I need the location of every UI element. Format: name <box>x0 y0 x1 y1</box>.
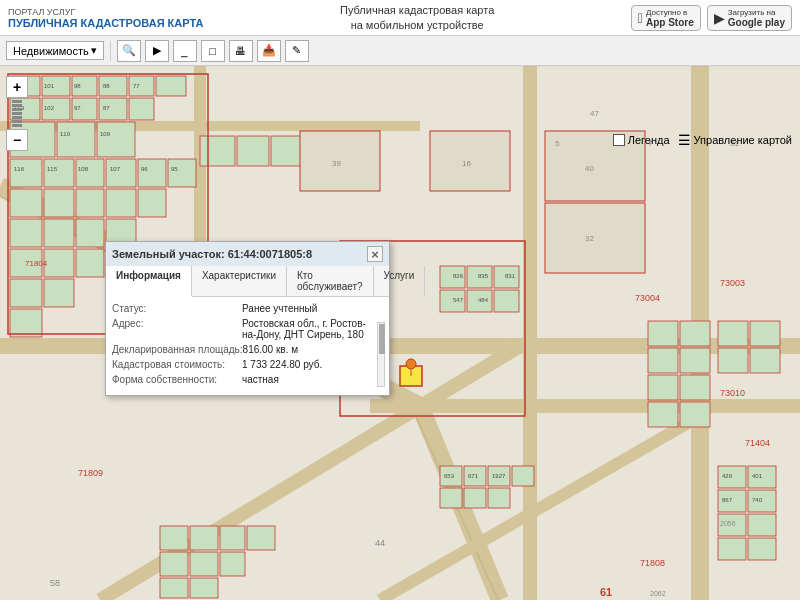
svg-rect-65 <box>718 348 748 373</box>
svg-rect-22 <box>44 189 74 217</box>
popup-row-ownership: Форма собственности: частная <box>112 374 383 385</box>
svg-rect-123 <box>748 514 776 536</box>
google-icon: ▶ <box>714 10 725 26</box>
layers-icon: ☰ <box>678 132 691 148</box>
print-button[interactable]: 🖶 <box>229 40 253 62</box>
svg-rect-11 <box>129 98 154 120</box>
popup-scrollbar[interactable] <box>377 322 385 387</box>
toolbar: Недвижимость ▾ 🔍 ▶ ⎯ □ 🖶 📥 ✎ <box>0 36 800 66</box>
popup-title-bar: Земельный участок: 61:44:0071805:8 × <box>106 242 389 266</box>
property-label: Недвижимость <box>13 45 89 57</box>
svg-rect-83 <box>220 552 245 576</box>
svg-text:401: 401 <box>752 473 763 479</box>
zoom-controls: + − <box>6 76 28 151</box>
popup-title: Земельный участок: 61:44:0071805:8 <box>112 248 312 260</box>
svg-rect-79 <box>220 526 245 550</box>
popup-row-status: Статус: Ранее учтенный <box>112 303 383 314</box>
popup-tab-characteristics[interactable]: Характеристики <box>192 266 287 296</box>
svg-text:108: 108 <box>78 166 89 172</box>
svg-text:826: 826 <box>453 273 464 279</box>
svg-rect-25 <box>138 189 166 217</box>
svg-text:116: 116 <box>14 166 25 172</box>
svg-rect-19 <box>138 159 166 187</box>
popup-tab-service[interactable]: Кто обслуживает? <box>287 266 374 296</box>
popup-tab-services[interactable]: Услуги <box>374 266 426 296</box>
area-label: Декларированная площадь: <box>112 344 243 355</box>
legend-toggle[interactable]: Легенда <box>613 134 670 146</box>
ownership-label: Форма собственности: <box>112 374 242 385</box>
svg-text:109: 109 <box>100 131 111 137</box>
zoom-in-button[interactable]: + <box>6 76 28 98</box>
svg-rect-84 <box>160 578 188 598</box>
svg-rect-80 <box>247 526 275 550</box>
export-button[interactable]: 📥 <box>257 40 281 62</box>
address-value: Ростовская обл., г. Ростов-на-Дону, ДНТ … <box>242 318 383 340</box>
zoom-tick <box>12 100 22 103</box>
cost-value: 1 733 224.80 руб. <box>242 359 383 370</box>
popup-scroll-thumb <box>379 324 385 354</box>
svg-text:40: 40 <box>585 164 594 173</box>
svg-text:547: 547 <box>453 297 464 303</box>
svg-rect-125 <box>748 538 776 560</box>
ruler-button[interactable]: ⎯ <box>173 40 197 62</box>
search-button[interactable]: 🔍 <box>117 40 141 62</box>
map-container[interactable]: Легенда ☰ Управление картой <box>0 66 800 600</box>
svg-rect-81 <box>160 552 188 576</box>
svg-rect-60 <box>680 375 710 400</box>
svg-rect-62 <box>680 402 710 427</box>
status-label: Статус: <box>112 303 242 314</box>
manage-map-toggle[interactable]: ☰ Управление картой <box>678 132 792 148</box>
svg-text:5: 5 <box>555 139 560 148</box>
property-dropdown[interactable]: Недвижимость ▾ <box>6 41 104 60</box>
svg-text:1927: 1927 <box>492 473 506 479</box>
legend-label: Легенда <box>628 134 670 146</box>
popup-content: Статус: Ранее учтенный Адрес: Ростовская… <box>106 297 389 395</box>
svg-text:71804: 71804 <box>25 259 48 268</box>
svg-rect-14 <box>97 122 135 157</box>
svg-rect-64 <box>750 321 780 346</box>
popup-close-button[interactable]: × <box>367 246 383 262</box>
svg-rect-135 <box>440 488 462 508</box>
header-left: ПОРТАЛ УСЛУГ ПУБЛИЧНАЯ КАДАСТРОВАЯ КАРТА <box>8 7 203 29</box>
svg-text:484: 484 <box>478 297 489 303</box>
svg-rect-32 <box>76 249 104 277</box>
zoom-out-button[interactable]: − <box>6 129 28 151</box>
popup-row-cost: Кадастровая стоимость: 1 733 224.80 руб. <box>112 359 383 370</box>
apple-icon:  <box>638 10 643 26</box>
svg-text:73003: 73003 <box>720 278 745 288</box>
svg-rect-61 <box>648 402 678 427</box>
svg-rect-85 <box>190 578 218 598</box>
svg-rect-13 <box>57 122 95 157</box>
pencil-button[interactable]: ✎ <box>285 40 309 62</box>
svg-rect-63 <box>718 321 748 346</box>
popup-tabs: Информация Характеристики Кто обслуживае… <box>106 266 389 297</box>
svg-text:87: 87 <box>103 105 110 111</box>
svg-rect-33 <box>10 279 42 307</box>
svg-text:77: 77 <box>133 83 140 89</box>
zoom-tick <box>12 120 22 123</box>
svg-rect-23 <box>76 189 104 217</box>
svg-text:835: 835 <box>478 273 489 279</box>
svg-text:429: 429 <box>722 473 733 479</box>
info-popup: Земельный участок: 61:44:0071805:8 × Инф… <box>105 241 390 396</box>
pointer-button[interactable]: ▶ <box>145 40 169 62</box>
get-on-label: Загрузить на <box>728 8 785 17</box>
area-value: 816.00 кв. м <box>243 344 383 355</box>
svg-rect-21 <box>10 189 42 217</box>
svg-text:32: 32 <box>585 234 594 243</box>
popup-row-area: Декларированная площадь: 816.00 кв. м <box>112 344 383 355</box>
appstore-button[interactable]:  Доступно в App Store <box>631 5 701 31</box>
manage-label: Управление картой <box>694 134 792 146</box>
legend-checkbox <box>613 134 625 146</box>
svg-text:98: 98 <box>74 83 81 89</box>
svg-rect-28 <box>76 219 104 247</box>
popup-tab-info[interactable]: Информация <box>106 266 192 297</box>
svg-text:39: 39 <box>332 159 341 168</box>
svg-text:44: 44 <box>375 538 385 548</box>
googleplay-button[interactable]: ▶ Загрузить на Google play <box>707 5 792 31</box>
svg-rect-37 <box>200 136 235 166</box>
zoom-tick <box>12 124 22 127</box>
svg-rect-34 <box>44 279 74 307</box>
svg-text:671: 671 <box>468 473 479 479</box>
area-button[interactable]: □ <box>201 40 225 62</box>
